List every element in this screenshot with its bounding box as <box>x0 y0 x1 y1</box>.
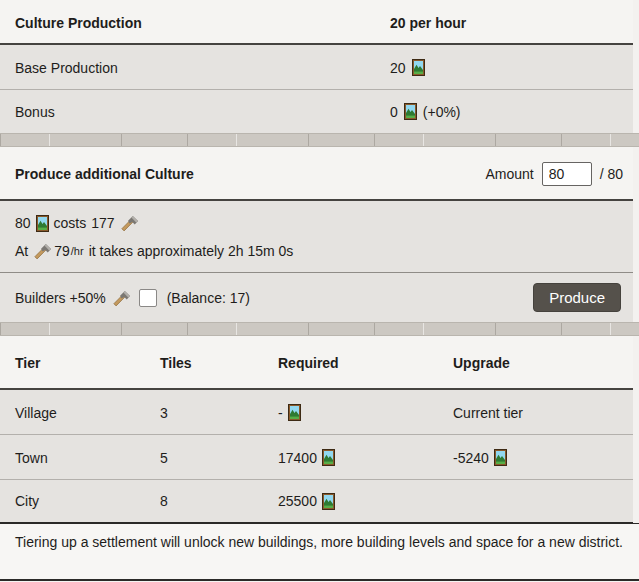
bonus-suffix: (+0%) <box>423 104 461 120</box>
cost-amount: 80 <box>15 215 31 231</box>
culture-icon <box>412 59 425 76</box>
tier-table-header: Tier Tiles Required Upgrade <box>0 336 639 390</box>
tier-required: - <box>278 405 283 421</box>
cost-word: costs <box>54 215 87 231</box>
time-rate: 79 <box>54 243 70 259</box>
tier-name: Village <box>15 405 160 421</box>
culture-icon <box>494 449 507 466</box>
base-production-row: Base Production 20 <box>0 45 639 90</box>
hammer-icon <box>112 289 131 307</box>
produce-button[interactable]: Produce <box>533 283 621 312</box>
builders-boost-checkbox[interactable] <box>139 289 157 307</box>
tier-required: 25500 <box>278 493 317 509</box>
tier-row-town: Town 5 17400 -5240 <box>0 435 639 480</box>
tier-tiles: 3 <box>160 405 278 421</box>
scrollbar-gutter <box>633 336 639 523</box>
tier-row-village: Village 3 - Current tier <box>0 390 639 435</box>
brick-separator <box>0 322 639 336</box>
col-header-upgrade: Upgrade <box>453 355 639 371</box>
production-rate: 20 per hour <box>390 15 466 31</box>
builders-row: Builders +50% (Balance: 17) Produce <box>0 273 639 322</box>
time-unit: /hr <box>71 245 84 257</box>
time-line: At 79/hr it takes approximately 2h 15m 0… <box>15 242 639 260</box>
tier-required: 17400 <box>278 450 317 466</box>
time-rest: it takes approximately 2h 15m 0s <box>89 243 294 259</box>
culture-icon <box>322 493 335 510</box>
tier-row-city: City 8 25500 <box>0 480 639 522</box>
tier-name: Town <box>15 450 160 466</box>
bonus-value: 0 <box>390 104 398 120</box>
tier-tiles: 8 <box>160 493 278 509</box>
scrollbar-gutter <box>633 147 639 322</box>
tier-upgrade: -5240 <box>453 450 489 466</box>
builders-label: Builders +50% <box>15 290 106 306</box>
time-prefix: At <box>15 243 28 259</box>
tier-name: City <box>15 493 160 509</box>
bonus-row: Bonus 0 (+0%) <box>0 90 639 133</box>
hammer-icon <box>120 214 139 232</box>
scrollbar-gutter <box>633 0 639 133</box>
tier-info-footer: Tiering up a settlement will unlock new … <box>0 522 639 581</box>
cost-info-block: 80 costs 177 At 79/hr it takes approxima… <box>0 201 639 273</box>
tier-tiles: 5 <box>160 450 278 466</box>
amount-input[interactable] <box>542 162 592 186</box>
brick-separator <box>0 133 639 147</box>
base-production-label: Base Production <box>15 60 118 76</box>
builders-balance: (Balance: 17) <box>167 290 250 306</box>
culture-icon <box>404 103 417 120</box>
produce-additional-title: Produce additional Culture <box>15 166 194 182</box>
base-production-value: 20 <box>390 60 406 76</box>
bonus-label: Bonus <box>15 104 55 120</box>
culture-production-panel: Culture Production 20 per hour Base Prod… <box>0 0 639 582</box>
cost-line: 80 costs 177 <box>15 214 639 232</box>
col-header-tiles: Tiles <box>160 355 278 371</box>
culture-icon <box>322 449 335 466</box>
cost-value: 177 <box>91 215 114 231</box>
hammer-icon <box>33 242 52 260</box>
col-header-tier: Tier <box>15 355 160 371</box>
culture-icon <box>36 215 49 232</box>
col-header-required: Required <box>278 355 453 371</box>
panel-title: Culture Production <box>15 15 142 31</box>
tier-upgrade: Current tier <box>453 405 639 421</box>
amount-label: Amount <box>485 166 533 182</box>
tier-info-text: Tiering up a settlement will unlock new … <box>15 534 623 550</box>
culture-icon <box>288 404 301 421</box>
culture-production-header-row: Culture Production 20 per hour <box>0 0 639 45</box>
produce-additional-row: Produce additional Culture Amount / 80 <box>0 147 639 201</box>
amount-max: / 80 <box>600 166 623 182</box>
